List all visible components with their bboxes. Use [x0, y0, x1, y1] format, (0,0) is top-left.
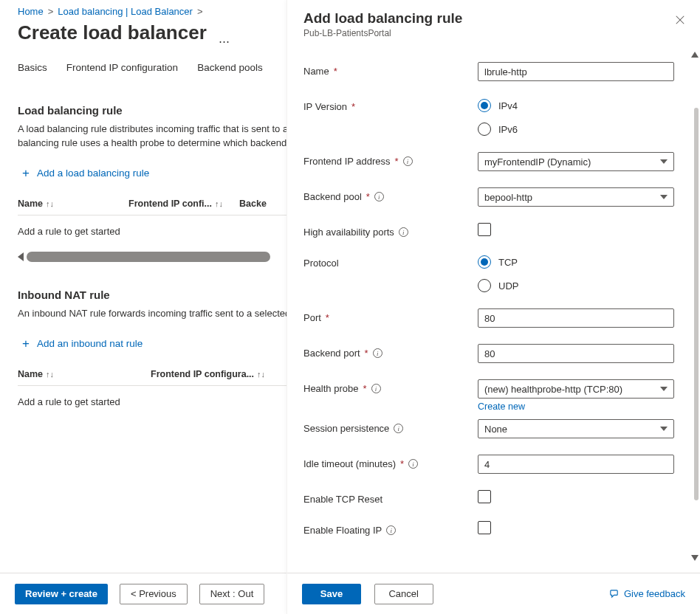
plus-icon: + — [22, 337, 30, 350]
select-value: None — [484, 424, 507, 435]
radio-udp[interactable]: UDP — [478, 279, 685, 292]
sort-icon: ↑↓ — [215, 199, 223, 208]
scroll-down-icon[interactable] — [691, 555, 699, 561]
radio-icon — [478, 279, 491, 292]
radio-label: UDP — [498, 280, 518, 292]
radio-label: IPv4 — [498, 100, 518, 111]
chevron-right-icon: > — [197, 6, 203, 17]
label-idle-timeout: Idle timeout (minutes)* i — [303, 455, 478, 469]
chevron-down-icon — [660, 387, 668, 391]
tab-basics[interactable]: Basics — [18, 62, 47, 79]
select-value: (new) healthprobe-http (TCP:80) — [484, 384, 622, 395]
radio-ipv6[interactable]: IPv6 — [478, 123, 685, 136]
label-tcp-reset: Enable TCP Reset — [303, 490, 478, 505]
radio-icon — [478, 255, 491, 269]
review-create-button[interactable]: Review + create — [15, 584, 108, 604]
tcp-reset-checkbox[interactable] — [478, 490, 491, 503]
idle-timeout-input[interactable] — [478, 455, 674, 474]
blade-scrollbar[interactable] — [691, 52, 699, 561]
label-floating-ip: Enable Floating IP i — [303, 521, 478, 536]
more-options-icon[interactable]: ⋯ — [219, 35, 230, 48]
col-frontend-label: Frontend IP confi... — [128, 199, 212, 209]
col-backend-label: Backe — [239, 199, 267, 209]
backend-port-input[interactable] — [478, 344, 674, 363]
name-input[interactable] — [478, 62, 674, 81]
info-icon[interactable]: i — [403, 156, 413, 166]
col-frontend[interactable]: Frontend IP configura... ↑↓ — [151, 363, 265, 385]
add-lb-rule-blade: Add load balancing rule Pub-LB-PatientsP… — [286, 0, 700, 614]
select-value: bepool-http — [484, 192, 532, 203]
breadcrumb-home[interactable]: Home — [18, 6, 44, 17]
radio-label: IPv6 — [498, 124, 518, 135]
next-button[interactable]: Next : Out — [199, 584, 265, 604]
info-icon[interactable]: i — [373, 348, 382, 358]
label-backend-pool: Backend pool* i — [303, 187, 478, 202]
label-port: Port* — [303, 308, 478, 323]
session-persistence-select[interactable]: None — [478, 419, 674, 438]
col-name[interactable]: Name ↑↓ — [18, 193, 128, 215]
blade-title: Add load balancing rule — [303, 10, 684, 27]
chevron-down-icon — [660, 195, 668, 199]
add-lb-rule-button[interactable]: + Add a load balancing rule — [18, 161, 154, 185]
info-icon[interactable]: i — [374, 192, 384, 201]
sort-icon: ↑↓ — [46, 370, 54, 379]
radio-ipv4[interactable]: IPv4 — [478, 99, 685, 112]
breadcrumb-parent[interactable]: Load balancing | Load Balancer — [58, 6, 193, 17]
add-nat-rule-label: Add an inbound nat rule — [37, 338, 143, 349]
radio-icon — [478, 123, 491, 136]
label-session-persistence: Session persistence i — [303, 419, 478, 434]
chevron-down-icon — [660, 159, 668, 164]
info-icon[interactable]: i — [394, 424, 403, 433]
create-new-probe-link[interactable]: Create new — [478, 401, 525, 412]
save-button[interactable]: Save — [302, 584, 361, 604]
ha-ports-checkbox[interactable] — [478, 223, 491, 236]
scroll-up-icon[interactable] — [691, 52, 699, 58]
info-icon[interactable]: i — [386, 525, 396, 535]
label-name: Name* — [303, 62, 478, 77]
radio-icon — [478, 99, 491, 112]
tab-frontend-ip[interactable]: Frontend IP configuration — [66, 62, 178, 79]
info-icon[interactable]: i — [399, 227, 408, 237]
cancel-button[interactable]: Cancel — [374, 584, 433, 604]
col-name[interactable]: Name ↑↓ — [18, 363, 151, 385]
label-backend-port: Backend port* i — [303, 344, 478, 359]
scroll-thumb[interactable] — [694, 108, 699, 500]
sort-icon: ↑↓ — [257, 370, 265, 379]
select-value: myFrontendIP (Dynamic) — [484, 156, 591, 168]
info-icon[interactable]: i — [408, 459, 418, 469]
feedback-icon — [608, 588, 620, 599]
label-frontend-ip: Frontend IP address* i — [303, 152, 478, 167]
col-name-label: Name — [18, 199, 43, 209]
feedback-label: Give feedback — [624, 588, 685, 599]
col-frontend[interactable]: Frontend IP confi... ↑↓ — [128, 193, 239, 215]
sort-icon: ↑↓ — [46, 199, 54, 208]
give-feedback-link[interactable]: Give feedback — [608, 588, 685, 599]
previous-button[interactable]: < Previous — [120, 584, 188, 604]
health-probe-select[interactable]: (new) healthprobe-http (TCP:80) — [478, 379, 674, 399]
add-nat-rule-button[interactable]: + Add an inbound nat rule — [18, 331, 147, 356]
col-backend[interactable]: Backe — [239, 193, 267, 215]
radio-label: TCP — [498, 257, 518, 268]
port-input[interactable] — [478, 308, 674, 328]
add-lb-rule-label: Add a load balancing rule — [37, 168, 149, 179]
plus-icon: + — [22, 167, 30, 179]
info-icon[interactable]: i — [371, 384, 381, 393]
col-name-label: Name — [18, 369, 43, 379]
chevron-right-icon: > — [48, 6, 54, 17]
frontend-ip-select[interactable]: myFrontendIP (Dynamic) — [478, 152, 674, 171]
label-ha-ports: High availability ports i — [303, 223, 478, 238]
label-ip-version: IP Version* — [303, 97, 478, 112]
scroll-left-icon[interactable] — [18, 252, 24, 261]
close-icon[interactable] — [675, 15, 687, 27]
tab-backend-pools[interactable]: Backend pools — [197, 62, 263, 79]
floating-ip-checkbox[interactable] — [478, 521, 491, 534]
backend-pool-select[interactable]: bepool-http — [478, 187, 674, 207]
label-health-probe: Health probe* i — [303, 379, 478, 394]
col-frontend-label: Frontend IP configura... — [151, 369, 254, 379]
blade-subtitle: Pub-LB-PatientsPortal — [303, 28, 684, 38]
scroll-thumb[interactable] — [27, 252, 270, 262]
chevron-down-icon — [660, 427, 668, 431]
label-protocol: Protocol — [303, 254, 478, 269]
page-title: Create load balancer — [18, 21, 207, 44]
radio-tcp[interactable]: TCP — [478, 255, 685, 269]
